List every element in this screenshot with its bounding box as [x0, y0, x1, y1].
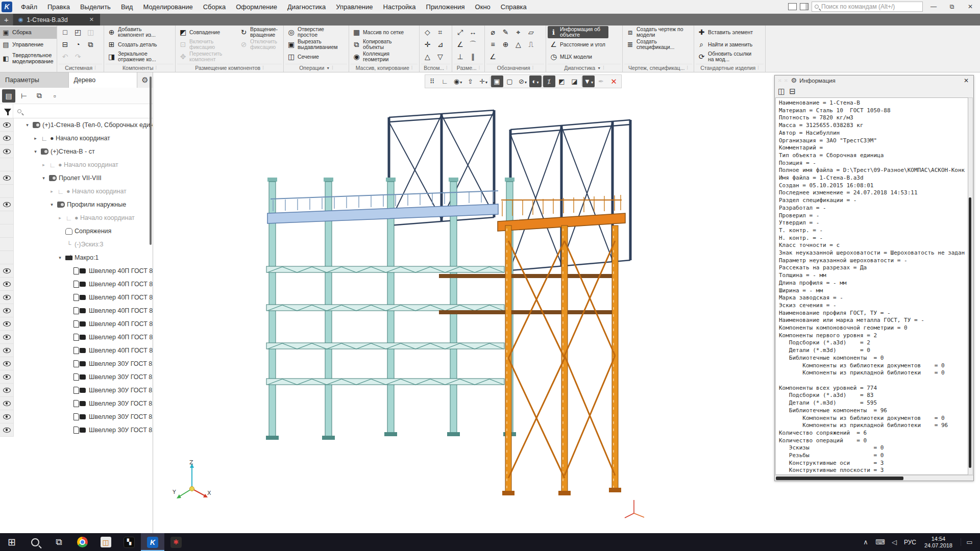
visibility-cell[interactable] [0, 264, 14, 278]
menu-item[interactable]: Приложения [422, 1, 470, 13]
view-tool-button[interactable]: ◐ [529, 76, 542, 87]
view-tool-button[interactable]: ✒ [595, 76, 607, 87]
expander-icon[interactable]: ▾ [32, 149, 39, 154]
taskbar-app[interactable]: ⧉ [47, 533, 70, 551]
ribbon-button[interactable]: ∠Расстояние и угол [548, 38, 608, 51]
visibility-cell[interactable] [0, 317, 14, 331]
group-label[interactable]: Системная [59, 64, 102, 71]
group-label[interactable]: Диагностика▼ [548, 64, 621, 71]
taskbar-clock[interactable]: 14:54 24.07.2018 [921, 536, 955, 549]
tree-item[interactable]: Швеллер 40П ГОСТ 8240- [0, 317, 153, 331]
tree-search-input[interactable] [21, 108, 153, 115]
eye-icon[interactable] [3, 401, 11, 406]
eye-icon[interactable] [3, 136, 11, 141]
menu-item[interactable]: Файл [16, 1, 42, 13]
mode-button[interactable]: ▤ Управление [0, 39, 57, 51]
mode-button[interactable]: ▣ Сборка [0, 27, 57, 39]
eye-icon[interactable] [3, 374, 11, 380]
ribbon-icon-button[interactable]: ✎ [499, 26, 512, 38]
ribbon-icon-button[interactable]: ⊿ [434, 38, 447, 51]
menu-item[interactable]: Сборка [199, 1, 231, 13]
tree-tool-button[interactable]: ▫ [48, 89, 61, 103]
visibility-cell[interactable] [0, 198, 14, 211]
info-panel-titlebar[interactable]: ⁙ ⁙ ⚙ Информация ✕ [775, 76, 973, 86]
menu-item[interactable]: Правка [43, 1, 75, 13]
view-tool-button[interactable]: ◉ [452, 76, 464, 87]
ribbon-icon-button[interactable]: ▱ [525, 26, 537, 38]
ribbon-button[interactable]: ℹИнформация об объекте [548, 26, 608, 38]
visibility-cell[interactable] [0, 118, 14, 132]
ribbon-button[interactable]: ▣Вырезать выдавливанием [285, 38, 346, 51]
expander-icon[interactable]: ▾ [24, 122, 31, 128]
tree-item[interactable]: ▸ ● Начало координат [0, 185, 153, 198]
eye-icon[interactable] [3, 295, 11, 300]
menu-item[interactable]: Управление [331, 1, 377, 13]
eye-icon[interactable] [3, 308, 11, 313]
tree-tool-button[interactable]: ⊢ [17, 89, 31, 103]
ribbon-button[interactable]: ⊕Добавить компонент из... [106, 26, 166, 38]
taskbar-app[interactable] [23, 533, 47, 551]
ribbon-icon-button[interactable]: ⤢ [454, 26, 467, 38]
view-tool-button[interactable]: ▣ [491, 76, 503, 87]
hidden-icons-chevron[interactable]: ∧ [861, 538, 870, 546]
ribbon-button[interactable]: ⌕Найти и заменить [696, 38, 756, 51]
visibility-cell[interactable] [0, 357, 14, 370]
tree-item[interactable]: ▾ (+)Стена-В - ст [0, 145, 153, 158]
command-search-input[interactable] [821, 3, 920, 10]
info-vscrollbar[interactable] [968, 97, 973, 475]
visibility-cell[interactable] [0, 370, 14, 384]
ribbon-icon-button[interactable]: ∠ [454, 38, 467, 51]
ribbon-button[interactable]: ◉Коллекция геометрии [351, 51, 411, 63]
tree-item[interactable]: ▸ ● Начало координат [0, 132, 153, 145]
ribbon-icon-button[interactable]: ◰ [71, 26, 84, 38]
ribbon-icon-button[interactable]: ✛ [421, 38, 434, 51]
taskbar-app[interactable]: ✱ [164, 533, 188, 551]
tree-item[interactable]: Швеллер 40П ГОСТ 8240- [0, 291, 153, 304]
ribbon-icon-button[interactable]: ⊟ [59, 38, 71, 51]
view-tool-button[interactable]: ⇧ [464, 76, 477, 87]
view-tool-button[interactable]: ∟ [439, 76, 451, 87]
view-tool-button[interactable]: ◩ [556, 76, 568, 87]
ribbon-icon-button[interactable]: ▽ [434, 51, 447, 63]
tree-scrollbar[interactable] [150, 77, 152, 245]
filter-icon[interactable] [0, 104, 13, 118]
tree-item[interactable]: ▾ (+)1-Стена-В (Тел-0, Сборочных един [0, 118, 153, 132]
expander-icon[interactable]: ▸ [57, 215, 63, 220]
tree-item[interactable]: ▸ ● Начало координат [0, 158, 153, 171]
eye-icon[interactable] [3, 348, 11, 353]
tree-item[interactable]: Швеллер 40П ГОСТ 8240- [0, 331, 153, 344]
tree-item[interactable]: Швеллер 30У ГОСТ 8240-9 [0, 384, 153, 397]
group-label[interactable]: Массив, копирование [351, 64, 418, 71]
expander-icon[interactable]: ▸ [40, 162, 47, 167]
view-tool-button[interactable]: ⠿ [426, 76, 438, 87]
visibility-cell[interactable] [0, 331, 14, 344]
tab-close-icon[interactable]: ✕ [88, 16, 95, 23]
group-label[interactable]: Чертеж, спецификац... [624, 64, 692, 71]
visibility-cell[interactable] [0, 211, 14, 224]
visibility-cell[interactable] [0, 423, 14, 437]
ribbon-icon-button[interactable]: ⌖ [512, 26, 525, 38]
ribbon-icon-button[interactable]: ⌗ [434, 26, 447, 38]
ribbon-icon-button[interactable]: ⊕ [499, 38, 512, 51]
visibility-cell[interactable] [0, 224, 14, 238]
ribbon-icon-button[interactable]: ∠ [486, 51, 499, 63]
visibility-cell[interactable] [0, 304, 14, 317]
tree-item[interactable]: ▾ Пролет VII-VIII [0, 171, 153, 185]
visibility-cell[interactable] [0, 397, 14, 410]
ribbon-icon-button[interactable]: △ [421, 51, 434, 63]
menu-item[interactable]: Справка [496, 1, 531, 13]
tab-tree[interactable]: Дерево [69, 72, 138, 88]
taskbar-app[interactable] [70, 533, 94, 551]
view-tool-button[interactable] [542, 77, 543, 86]
ribbon-button[interactable]: ✥Переместить компонент [177, 51, 238, 63]
eye-icon[interactable] [3, 176, 11, 181]
tree-item[interactable]: (-)Эскиз:3 [0, 238, 153, 251]
group-label[interactable]: Размещение компонентов [177, 64, 282, 71]
group-label[interactable]: Обозначения [486, 64, 544, 71]
visibility-cell[interactable] [0, 145, 14, 158]
visibility-cell[interactable] [0, 384, 14, 397]
eye-icon[interactable] [3, 149, 11, 154]
menu-item[interactable]: Настройка [379, 1, 421, 13]
tree-item[interactable]: Швеллер 30У ГОСТ 8240-9 [0, 370, 153, 384]
tree-item[interactable]: ▾ Макро:1 [0, 251, 153, 264]
